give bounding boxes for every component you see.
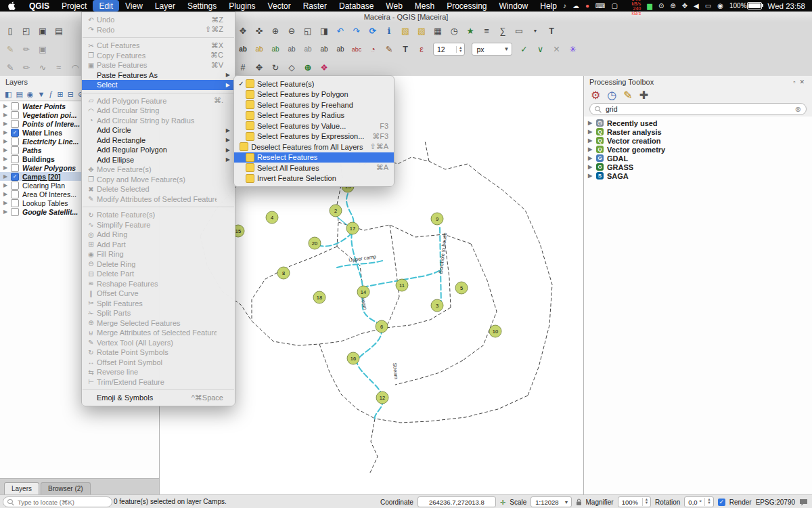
toggle-editing-icon[interactable]: ✏	[19, 42, 34, 56]
close-panel-icon[interactable]: ✕	[797, 79, 807, 85]
label-highlight-icon[interactable]: ab	[252, 42, 267, 56]
layer-expand-icon[interactable]: ▶	[1, 191, 9, 197]
new-bookmark-icon[interactable]: ★	[463, 24, 478, 38]
select-menu-item[interactable]: Select Features by Expression... ⌘F3	[234, 131, 394, 142]
edit-menu-item[interactable]: ◠ Add Circular String ▶	[82, 106, 235, 116]
eye-icon[interactable]: ◉	[717, 2, 723, 9]
menubar-clock[interactable]: Wed 23:58	[768, 2, 805, 10]
paintbrush-icon[interactable]: ✎	[382, 42, 397, 56]
layer-expand-icon[interactable]: ▶	[1, 112, 9, 118]
expression-icon[interactable]: ε	[414, 42, 429, 56]
activity-icon[interactable]: ▆	[647, 2, 652, 9]
zoom-in-icon[interactable]: ⊕	[268, 24, 283, 38]
cloud-icon[interactable]: ☁	[572, 2, 579, 9]
layer-checkbox[interactable]	[11, 182, 19, 190]
open-layer-styling-icon[interactable]: ◧	[5, 90, 12, 99]
toolbox-group[interactable]: ▶ S SAGA	[584, 171, 812, 180]
lock-scale-icon[interactable]	[576, 499, 582, 506]
edit-menu-item[interactable]: ⊎ Merge Attributes of Selected Features …	[82, 328, 235, 338]
current-edits-icon[interactable]: ✎	[3, 42, 18, 56]
tree-expand-icon[interactable]: ▶	[588, 129, 596, 135]
pan-to-selection-icon[interactable]: ✜	[252, 24, 267, 38]
font-size-stepper[interactable]: ▲▼	[456, 46, 464, 53]
layer-checkbox[interactable]	[11, 111, 19, 119]
menubar-menu[interactable]: QGIS	[23, 0, 55, 12]
coordinate-field[interactable]: 264236.7,272013.8	[418, 496, 496, 507]
text-annotation-icon[interactable]: T	[544, 24, 559, 38]
edit-menu-item[interactable]: ↻ Rotate Point Symbols ▶	[82, 347, 235, 358]
manage-themes-icon[interactable]: ◉	[27, 90, 34, 99]
select-menu-item[interactable]: Select All Features ⌘A	[234, 163, 394, 173]
open-attribute-table-icon[interactable]: ▦	[430, 24, 445, 38]
layer-expand-icon[interactable]: ▶	[1, 103, 9, 109]
edit-menu-item[interactable]: ∥ Offset Curve ▶	[82, 289, 235, 299]
menubar-menu[interactable]: Window	[493, 0, 535, 12]
layer-expand-icon[interactable]: ▶	[1, 156, 9, 162]
filter-legend-icon[interactable]: ▼	[37, 90, 45, 98]
edit-menu-item[interactable]: ❐ Copy Features ⌘C ▶	[82, 51, 235, 61]
tree-expand-icon[interactable]: ▶	[588, 137, 596, 144]
layer-expand-icon[interactable]: ▶	[1, 147, 9, 153]
font-size-input[interactable]: 12 ▲▼	[433, 43, 465, 56]
locate-search-field[interactable]	[3, 496, 112, 507]
edit-menu-item[interactable]: ∿ Simplify Feature ▶	[82, 220, 235, 230]
toolbox-search-input[interactable]	[604, 104, 792, 114]
magnifier-spinbox[interactable]: 100% ▲▼	[618, 496, 651, 507]
expand-all-icon[interactable]: ⊞	[57, 90, 63, 99]
select-menu-item[interactable]: Reselect Features	[234, 152, 394, 163]
add-group-icon[interactable]: ▤	[16, 90, 22, 99]
map-tips-icon[interactable]: ▭	[512, 24, 526, 38]
log-messages-icon[interactable]	[799, 499, 808, 506]
tree-expand-icon[interactable]: ▶	[588, 155, 596, 161]
music-icon[interactable]: ♪	[563, 2, 566, 9]
label-show-hide-icon[interactable]: ab	[300, 42, 315, 56]
identify-features-icon[interactable]: ℹ	[382, 24, 397, 38]
float-panel-icon[interactable]: ▫	[791, 79, 797, 85]
deselect-features-icon[interactable]: ▨	[414, 24, 429, 38]
layer-checkbox[interactable]	[11, 164, 19, 172]
tree-expand-icon[interactable]: ▶	[588, 146, 596, 152]
locate-input[interactable]	[16, 498, 93, 507]
layer-checkbox[interactable]	[11, 199, 19, 207]
scale-combobox[interactable]: 1:12028 ▼	[531, 496, 571, 507]
spotlight-icon[interactable]: ⊙	[658, 2, 664, 9]
toolbox-group[interactable]: ▶ G GRASS	[584, 163, 812, 171]
select-menu-item[interactable]: ✓ Select Feature(s)	[234, 79, 394, 89]
layer-expand-icon[interactable]: ▶	[1, 173, 9, 179]
edit-menu-item[interactable]: ✁ Split Parts ▶	[82, 308, 235, 318]
panel-tab[interactable]: Browser (2)	[41, 482, 91, 494]
edit-in-place-icon[interactable]: ✎	[623, 89, 632, 102]
volume-icon[interactable]: ◀	[694, 2, 699, 9]
statistics-sum-icon[interactable]: ∑	[495, 24, 510, 38]
toolbox-group[interactable]: ▶ Q Raster analysis	[584, 127, 812, 136]
vee-icon[interactable]: ∨	[533, 42, 547, 56]
select-menu-item[interactable]: Select Features by Polygon	[234, 89, 394, 100]
menubar-menu[interactable]: Vector	[262, 0, 297, 12]
layer-expand-icon[interactable]: ▶	[1, 165, 9, 171]
edit-menu-item[interactable]: ≋ Reshape Features ▶	[82, 279, 235, 289]
layer-checkbox[interactable]	[11, 155, 19, 163]
rotation-spinbox[interactable]: 0,0 ° ▲▼	[684, 496, 713, 507]
collapse-all-icon[interactable]: ⊟	[68, 90, 74, 99]
crs-indicator[interactable]: EPSG:20790	[756, 499, 795, 506]
refresh-icon[interactable]: ⟳	[365, 24, 380, 38]
edit-menu-item[interactable]: ◎ Add Ring ▶	[82, 230, 235, 240]
edit-menu-item[interactable]: ▱ Add Polygon Feature ⌘. ▶	[82, 96, 235, 106]
record-icon[interactable]: ●	[585, 2, 589, 9]
toolbox-group[interactable]: ▶ Q Vector geometry	[584, 145, 812, 154]
history-icon[interactable]: ◷	[607, 89, 616, 102]
toolbox-search-field[interactable]: ⊗	[589, 103, 807, 115]
menubar-menu[interactable]: Edit	[93, 0, 119, 12]
select-menu-item[interactable]: Deselect Features from All Layers ⇧⌘A	[234, 142, 394, 152]
filter-expression-icon[interactable]: ƒ	[49, 90, 53, 98]
edit-menu-item[interactable]: ✎ Modify Attributes of Selected Features…	[82, 194, 235, 205]
edit-menu-item[interactable]: ⊢ Trim/Extend Feature ▶	[82, 377, 235, 387]
temporal-controller-icon[interactable]: ◷	[447, 24, 461, 38]
edit-menu-item[interactable]: ✂ Cut Features ⌘X ▶	[82, 41, 235, 51]
menubar-menu[interactable]: Project	[55, 0, 93, 12]
text-format-icon[interactable]: T	[398, 42, 413, 56]
vertex-tool-all-icon[interactable]: ✏	[19, 60, 34, 75]
layer-expand-icon[interactable]: ▶	[1, 209, 9, 215]
edit-menu-item[interactable]: ▣ Paste Features ⌘V ▶	[82, 60, 235, 70]
layer-expand-icon[interactable]: ▶	[1, 129, 9, 135]
